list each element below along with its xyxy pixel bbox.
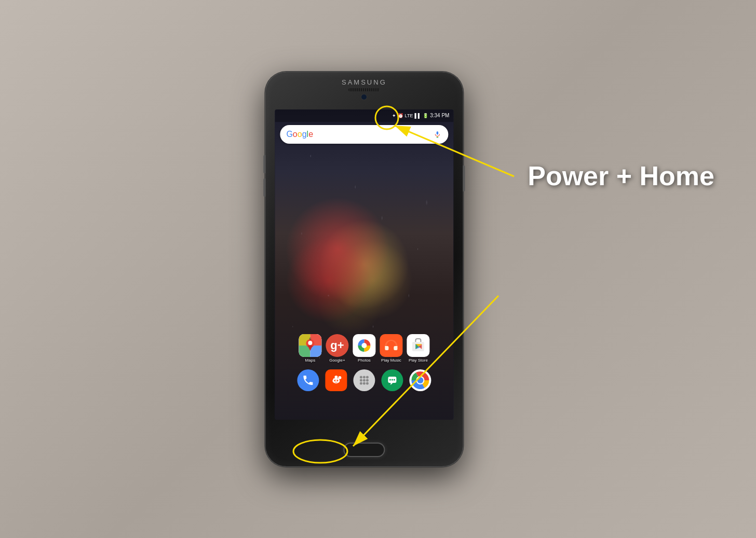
status-time: 3:34 PM	[430, 113, 449, 118]
gplus-icon[interactable]: g+	[326, 334, 348, 357]
maps-icon[interactable]: G	[299, 334, 321, 357]
svg-point-9	[308, 341, 312, 345]
google-gl: g	[302, 130, 307, 139]
svg-point-36	[360, 382, 362, 384]
dock-hangouts[interactable]	[381, 369, 403, 391]
power-button[interactable]	[463, 165, 465, 191]
svg-point-44	[394, 379, 395, 380]
google-logo: G o o g l e	[286, 130, 313, 139]
wallpaper: ✦ ⏰ LTE ▌▌ 🔋 3:34 PM G	[275, 109, 453, 420]
svg-point-30	[360, 376, 362, 378]
dock-reddit[interactable]: ↑	[325, 369, 347, 391]
playstore-icon[interactable]	[407, 334, 429, 357]
photos-icon[interactable]	[353, 334, 375, 357]
status-icons: ✦ ⏰ LTE ▌▌ 🔋 3:34 PM	[392, 113, 450, 118]
gplus-label: Google+	[329, 358, 345, 363]
lte-indicator: LTE	[405, 113, 413, 118]
app-icon-playmusic[interactable]: Play Music	[380, 334, 402, 363]
svg-point-42	[389, 379, 391, 380]
svg-point-43	[392, 379, 393, 380]
playstore-label: Play Store	[409, 358, 428, 363]
app-icon-maps[interactable]: G Maps	[299, 334, 321, 363]
app-icons-row: G Maps g+ Google+	[275, 334, 453, 363]
home-button[interactable]	[343, 443, 385, 457]
app-icon-googleplus[interactable]: g+ Google+	[326, 334, 348, 363]
google-o1: o	[293, 130, 298, 139]
svg-text:↑: ↑	[339, 376, 340, 379]
svg-point-35	[366, 379, 369, 381]
alarm-icon: ⏰	[398, 113, 403, 118]
svg-point-31	[363, 376, 366, 378]
phone-device: SAMSUNG ✦ ⏰ LTE ▌▌	[265, 72, 463, 466]
svg-point-12	[361, 343, 367, 348]
svg-point-25	[334, 376, 338, 379]
playmusic-icon[interactable]	[380, 334, 402, 357]
playmusic-label: Play Music	[381, 358, 401, 363]
app-icon-playstore[interactable]: Play Store	[407, 334, 429, 363]
samsung-logo: SAMSUNG	[342, 78, 387, 86]
bluetooth-icon: ✦	[392, 113, 396, 118]
svg-point-29	[338, 378, 339, 380]
maps-label: Maps	[305, 358, 316, 363]
svg-point-34	[363, 379, 366, 381]
phone-call-icon[interactable]	[297, 369, 319, 391]
dock-apps-drawer[interactable]	[353, 369, 375, 391]
svg-point-47	[417, 377, 423, 383]
svg-point-32	[366, 376, 369, 378]
google-g: G	[286, 130, 292, 139]
status-bar: ✦ ⏰ LTE ▌▌ 🔋 3:34 PM	[275, 109, 453, 122]
reddit-icon[interactable]: ↑	[325, 369, 347, 391]
app-icon-photos[interactable]: Photos	[353, 334, 375, 363]
svg-point-38	[366, 382, 369, 384]
volume-up-button[interactable]	[263, 155, 265, 173]
dock-chrome[interactable]	[409, 369, 431, 391]
google-search-bar[interactable]: G o o g l e	[280, 125, 448, 144]
power-home-annotation: Power + Home	[528, 161, 714, 192]
svg-text:G: G	[309, 337, 311, 340]
phone-body: SAMSUNG ✦ ⏰ LTE ▌▌	[265, 72, 463, 466]
google-e2: e	[308, 130, 313, 139]
power-home-text-label: Power + Home	[528, 161, 714, 191]
bottom-dock: ↑	[275, 369, 453, 391]
hangouts-icon[interactable]	[381, 369, 403, 391]
battery-icon: 🔋	[423, 113, 428, 118]
front-camera	[361, 94, 367, 100]
apps-drawer-icon[interactable]	[353, 369, 375, 391]
volume-down-button[interactable]	[263, 178, 265, 197]
svg-rect-0	[437, 131, 439, 134]
dock-phone[interactable]	[297, 369, 319, 391]
speaker-grille	[348, 88, 380, 91]
photos-label: Photos	[358, 358, 371, 363]
mic-icon[interactable]	[433, 130, 442, 139]
signal-icon: ▌▌	[414, 113, 421, 118]
google-o2: o	[298, 130, 302, 139]
svg-point-28	[333, 378, 335, 380]
phone-screen: ✦ ⏰ LTE ▌▌ 🔋 3:34 PM G	[275, 109, 453, 420]
chrome-icon[interactable]	[409, 369, 431, 391]
svg-point-37	[363, 382, 366, 384]
phone-top: SAMSUNG	[342, 78, 387, 100]
svg-point-33	[360, 379, 362, 381]
